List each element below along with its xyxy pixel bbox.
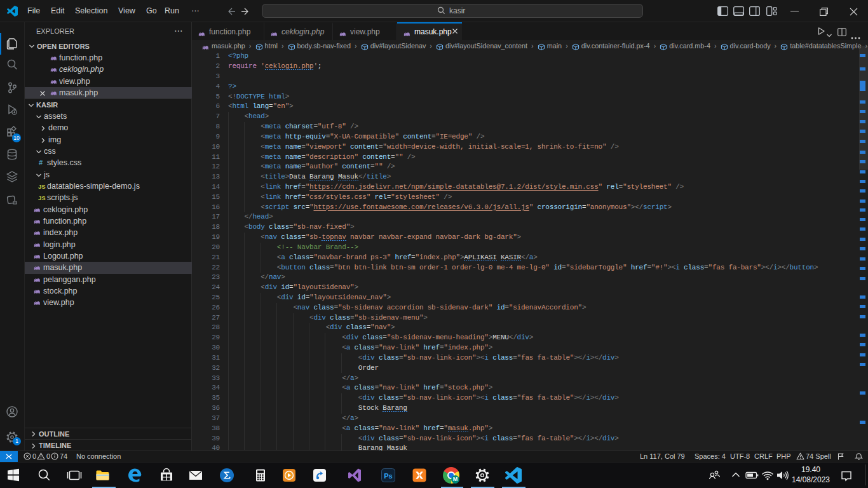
svg-text:Ps: Ps: [384, 471, 392, 479]
